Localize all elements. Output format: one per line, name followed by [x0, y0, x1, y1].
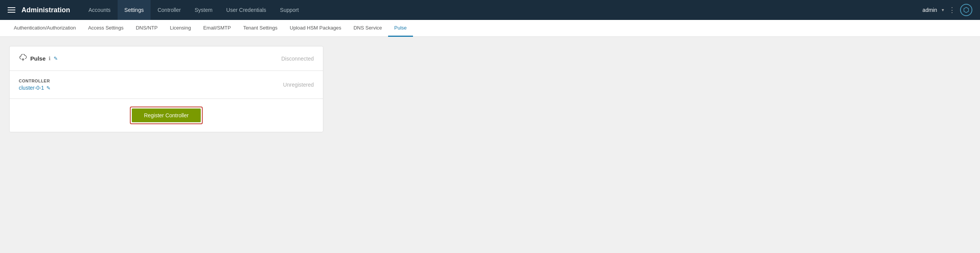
- top-nav-links: Accounts Settings Controller System User…: [82, 0, 923, 20]
- chevron-down-icon[interactable]: ▾: [942, 7, 944, 13]
- nav-link-user-credentials[interactable]: User Credentials: [220, 0, 273, 20]
- pulse-edit-icon[interactable]: ✎: [54, 56, 58, 61]
- subnav-hsm[interactable]: Upload HSM Packages: [284, 20, 347, 37]
- register-button-wrapper: Register Controller: [130, 107, 203, 124]
- register-controller-button[interactable]: Register Controller: [132, 108, 201, 122]
- pulse-card: Pulse ℹ ✎ Disconnected CONTROLLER cluste…: [9, 46, 323, 132]
- controller-row: CONTROLLER cluster-0-1 ✎ Unregistered: [19, 79, 314, 91]
- subnav-email[interactable]: Email/SMTP: [197, 20, 237, 37]
- info-icon[interactable]: ℹ: [49, 56, 51, 61]
- nav-link-support[interactable]: Support: [273, 0, 306, 20]
- controller-label: CONTROLLER: [19, 79, 51, 83]
- pulse-header: Pulse ℹ ✎: [19, 54, 58, 63]
- subnav-access[interactable]: Access Settings: [82, 20, 130, 37]
- controller-name[interactable]: cluster-0-1: [19, 85, 44, 91]
- more-options-icon[interactable]: ⋮: [949, 6, 955, 14]
- user-name: admin: [923, 7, 937, 13]
- subnav-dns-ntp[interactable]: DNS/NTP: [129, 20, 164, 37]
- pulse-title: Pulse: [30, 55, 46, 62]
- cloud-upload-icon: [19, 54, 27, 63]
- top-nav-right: admin ▾ ⋮: [923, 4, 972, 16]
- register-section: Register Controller: [10, 99, 323, 132]
- pulse-status: Disconnected: [281, 56, 314, 62]
- nav-link-accounts[interactable]: Accounts: [82, 0, 118, 20]
- hamburger-menu[interactable]: [8, 7, 15, 13]
- controller-name-row: cluster-0-1 ✎: [19, 85, 51, 91]
- sub-nav: Authentication/Authorization Access Sett…: [0, 20, 980, 37]
- main-content: Pulse ℹ ✎ Disconnected CONTROLLER cluste…: [0, 37, 980, 253]
- controller-info: CONTROLLER cluster-0-1 ✎: [19, 79, 51, 91]
- brand-title: Administration: [21, 6, 70, 14]
- pulse-header-section: Pulse ℹ ✎ Disconnected: [10, 46, 323, 71]
- controller-status: Unregistered: [283, 82, 314, 88]
- controller-section: CONTROLLER cluster-0-1 ✎ Unregistered: [10, 71, 323, 99]
- subnav-tenant[interactable]: Tenant Settings: [237, 20, 284, 37]
- subnav-licensing[interactable]: Licensing: [164, 20, 197, 37]
- nav-link-controller[interactable]: Controller: [151, 0, 188, 20]
- subnav-dns-service[interactable]: DNS Service: [347, 20, 388, 37]
- top-nav: Administration Accounts Settings Control…: [0, 0, 980, 20]
- avatar-icon[interactable]: [960, 4, 972, 16]
- nav-link-settings[interactable]: Settings: [118, 0, 151, 20]
- subnav-pulse[interactable]: Pulse: [388, 20, 413, 37]
- nav-link-system[interactable]: System: [188, 0, 220, 20]
- controller-edit-icon[interactable]: ✎: [46, 85, 51, 91]
- subnav-auth[interactable]: Authentication/Authorization: [8, 20, 82, 37]
